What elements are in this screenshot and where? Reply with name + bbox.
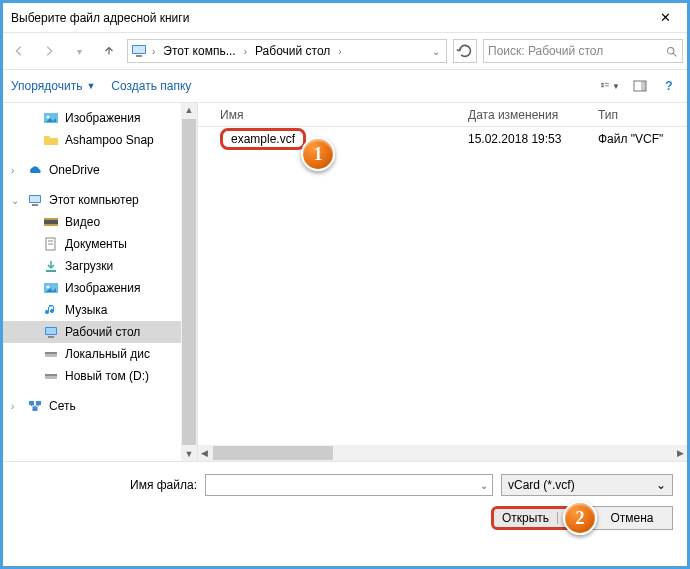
- annotation-callout-2: 2: [563, 501, 597, 535]
- svg-rect-8: [605, 85, 609, 86]
- tree-label: Ashampoo Snap: [65, 133, 154, 147]
- collapse-icon[interactable]: ⌄: [11, 195, 19, 206]
- svg-point-12: [47, 116, 50, 119]
- documents-icon: [43, 236, 59, 252]
- nav-forward-button[interactable]: [37, 39, 61, 63]
- organize-menu[interactable]: Упорядочить ▼: [11, 79, 95, 93]
- chevron-down-icon[interactable]: ⌄: [480, 480, 488, 491]
- svg-rect-27: [48, 336, 54, 338]
- svg-rect-18: [44, 224, 58, 226]
- preview-pane-button[interactable]: [629, 75, 651, 97]
- scroll-up-icon[interactable]: ▲: [185, 103, 194, 117]
- search-placeholder: Поиск: Рабочий стол: [488, 44, 603, 58]
- file-name[interactable]: example.vcf: [220, 128, 306, 150]
- onedrive-icon: [27, 162, 43, 178]
- tree-item-pictures[interactable]: Изображения 📌: [3, 107, 197, 129]
- svg-rect-31: [45, 374, 57, 376]
- nav-back-button[interactable]: [7, 39, 31, 63]
- expand-icon[interactable]: ›: [11, 165, 14, 176]
- tree-label: Рабочий стол: [65, 325, 140, 339]
- tree-item-localdisk[interactable]: Локальный дис: [3, 343, 197, 365]
- svg-rect-2: [136, 55, 142, 57]
- tree-item-newvolume[interactable]: Новый том (D:): [3, 365, 197, 387]
- list-hscrollbar[interactable]: ◀ ▶: [198, 445, 687, 461]
- tree-scrollbar[interactable]: ▲ ▼: [181, 103, 197, 461]
- tree-label: Новый том (D:): [65, 369, 149, 383]
- this-pc-icon: [130, 42, 148, 60]
- scrollbar-thumb[interactable]: [213, 446, 333, 460]
- breadcrumb-dropdown-icon[interactable]: ⌄: [432, 46, 444, 57]
- pictures-icon: [43, 110, 59, 126]
- breadcrumb-seg-thispc[interactable]: Этот компь...: [159, 44, 239, 58]
- scroll-left-icon[interactable]: ◀: [198, 448, 211, 458]
- tree-item-desktop[interactable]: Рабочий стол: [3, 321, 197, 343]
- refresh-button[interactable]: [453, 39, 477, 63]
- svg-rect-10: [641, 81, 646, 91]
- tree-label: Этот компьютер: [49, 193, 139, 207]
- tree-item-thispc[interactable]: ⌄ Этот компьютер: [3, 189, 197, 211]
- tree-item-network[interactable]: › Сеть: [3, 395, 197, 417]
- svg-rect-32: [29, 401, 34, 405]
- filter-label: vCard (*.vcf): [508, 478, 575, 492]
- downloads-icon: [43, 258, 59, 274]
- svg-rect-1: [133, 46, 145, 53]
- column-type-header[interactable]: Тип: [598, 108, 687, 122]
- svg-rect-17: [44, 218, 58, 220]
- svg-point-3: [667, 47, 674, 54]
- tree-item-videos[interactable]: Видео: [3, 211, 197, 233]
- tree-item-music[interactable]: Музыка: [3, 299, 197, 321]
- filetype-filter[interactable]: vCard (*.vcf) ⌄: [501, 474, 673, 496]
- videos-icon: [43, 214, 59, 230]
- svg-rect-22: [46, 270, 56, 272]
- file-type: Файл "VCF": [598, 132, 687, 146]
- file-date: 15.02.2018 19:53: [468, 132, 598, 146]
- new-folder-button[interactable]: Создать папку: [111, 79, 191, 93]
- svg-rect-34: [33, 407, 38, 411]
- tree-item-pictures2[interactable]: Изображения: [3, 277, 197, 299]
- scroll-down-icon[interactable]: ▼: [185, 447, 194, 461]
- this-pc-icon: [27, 192, 43, 208]
- expand-icon[interactable]: ›: [11, 401, 14, 412]
- svg-rect-6: [601, 85, 604, 87]
- svg-rect-26: [46, 328, 56, 334]
- filename-label: Имя файла:: [17, 478, 197, 492]
- music-icon: [43, 302, 59, 318]
- tree-item-onedrive[interactable]: › OneDrive: [3, 159, 197, 181]
- search-input[interactable]: Поиск: Рабочий стол: [483, 39, 683, 63]
- close-icon[interactable]: ✕: [652, 6, 679, 29]
- nav-tree[interactable]: Изображения 📌 Ashampoo Snap › OneDrive ⌄: [3, 103, 198, 461]
- scrollbar-thumb[interactable]: [182, 119, 196, 445]
- tree-item-ashampoo[interactable]: Ashampoo Snap: [3, 129, 197, 151]
- svg-rect-29: [45, 352, 57, 354]
- tree-item-documents[interactable]: Документы: [3, 233, 197, 255]
- column-name-header[interactable]: Имя: [198, 108, 468, 122]
- network-icon: [27, 398, 43, 414]
- tree-item-downloads[interactable]: Загрузки: [3, 255, 197, 277]
- tree-label: OneDrive: [49, 163, 100, 177]
- tree-label: Изображения: [65, 111, 140, 125]
- svg-rect-7: [605, 83, 609, 84]
- tree-label: Сеть: [49, 399, 76, 413]
- desktop-icon: [43, 324, 59, 340]
- chevron-right-icon: ›: [336, 46, 343, 57]
- nav-up-button[interactable]: [97, 39, 121, 63]
- chevron-down-icon: ▼: [86, 81, 95, 91]
- file-list[interactable]: Имя Дата изменения Тип example.vcf 15.02…: [198, 103, 687, 461]
- svg-rect-14: [30, 196, 40, 202]
- column-date-header[interactable]: Дата изменения: [468, 108, 598, 122]
- annotation-callout-1: 1: [301, 137, 335, 171]
- tree-label: Музыка: [65, 303, 107, 317]
- breadcrumb[interactable]: › Этот компь... › Рабочий стол › ⌄: [127, 39, 447, 63]
- help-button[interactable]: ?: [659, 79, 679, 93]
- svg-rect-15: [32, 204, 38, 206]
- drive-icon: [43, 346, 59, 362]
- breadcrumb-seg-desktop[interactable]: Рабочий стол: [251, 44, 334, 58]
- cancel-button[interactable]: Отмена: [591, 506, 673, 530]
- filename-input[interactable]: ⌄: [205, 474, 493, 496]
- recent-locations-button[interactable]: ▾: [67, 39, 91, 63]
- chevron-down-icon: ▼: [612, 82, 620, 91]
- view-mode-button[interactable]: ▼: [599, 75, 621, 97]
- scroll-right-icon[interactable]: ▶: [674, 448, 687, 458]
- list-item[interactable]: example.vcf 15.02.2018 19:53 Файл "VCF": [198, 127, 687, 151]
- svg-rect-33: [36, 401, 41, 405]
